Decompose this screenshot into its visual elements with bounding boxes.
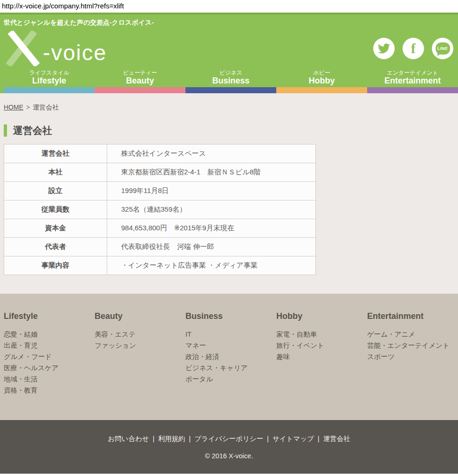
nav-colorbar — [0, 87, 458, 93]
nav-jp-label: エンターテイメント — [367, 70, 458, 76]
page-title: 運営会社 — [13, 124, 52, 137]
nav-underline-hobby — [276, 87, 367, 93]
table-row-value: 代表取締役社長 河端 伸一郎 — [107, 238, 316, 256]
footer-column-business: Business IT マネー 政治・経済 ビジネス・キャリア ポータル — [185, 311, 276, 398]
company-info-table: 運営会社 株式会社インタースペース 本社 東京都新宿区西新宿2-4-1 新宿ＮＳ… — [4, 144, 316, 275]
nav-underline-lifestyle — [4, 87, 95, 93]
footer-link[interactable]: ビジネス・キャリア — [185, 362, 276, 373]
facebook-icon[interactable]: f — [403, 38, 424, 59]
footer-link[interactable]: 美容・エステ — [95, 329, 185, 340]
nav-underline-entertainment — [367, 87, 458, 93]
table-row: 代表者 代表取締役社長 河端 伸一郎 — [4, 238, 316, 256]
site-logo[interactable]: -voice — [4, 31, 107, 66]
line-icon-label: LINE — [437, 46, 448, 51]
footer-link-separator: | — [318, 435, 320, 442]
nav-item-hobby[interactable]: ホビー Hobby — [276, 70, 367, 87]
footer-link[interactable]: 旅行・イベント — [276, 340, 367, 351]
footer-column-title: Business — [185, 311, 276, 321]
footer-column-lifestyle: Lifestyle 恋愛・結婚 出産・育児 グルメ・フード 医療・ヘルスケア 地… — [4, 311, 95, 398]
footer-link[interactable]: スポーツ — [367, 351, 458, 362]
footer-column-entertainment: Entertainment ゲーム・アニメ 芸能・エンターテイメント スポーツ — [367, 311, 458, 398]
nav-en-label: Entertainment — [367, 76, 458, 86]
main-content: HOME>運営会社 運営会社 運営会社 株式会社インタースペース 本社 東京都新… — [0, 93, 458, 294]
footer-bottom: お問い合わせ|利用規約|プライバシーポリシー|サイトマップ|運営会社 © 201… — [0, 420, 458, 474]
table-row-value: 325名（連結359名） — [107, 200, 316, 219]
table-row-label: 従業員数 — [4, 200, 107, 219]
footer-link[interactable]: 出産・育児 — [4, 340, 95, 351]
breadcrumb-home-link[interactable]: HOME — [4, 103, 23, 111]
nav-item-business[interactable]: ビジネス Business — [185, 70, 276, 87]
nav-item-entertainment[interactable]: エンターテイメント Entertainment — [367, 70, 458, 87]
footer-column-title: Lifestyle — [4, 311, 95, 321]
nav-item-beauty[interactable]: ビューティー Beauty — [95, 70, 185, 87]
table-row-value: 東京都新宿区西新宿2-4-1 新宿ＮＳビル8階 — [107, 163, 316, 182]
footer-bottom-link-company[interactable]: 運営会社 — [323, 435, 350, 442]
footer-link-separator: | — [267, 435, 269, 442]
footer-link[interactable]: 芸能・エンターテイメント — [367, 340, 458, 351]
footer-link[interactable]: マネー — [185, 340, 276, 351]
nav-en-label: Hobby — [276, 76, 367, 86]
table-row: 設立 1999年11月8日 — [4, 182, 316, 200]
main-nav: ライフスタイル Lifestyle ビューティー Beauty ビジネス Bus… — [0, 70, 458, 87]
site-header: 世代とジャンルを超えた声の交差点-クロスボイス- -voice f — [0, 13, 458, 93]
footer-bottom-link-contact[interactable]: お問い合わせ — [108, 435, 149, 442]
logo-text: -voice — [43, 41, 107, 66]
table-row: 運営会社 株式会社インタースペース — [4, 145, 316, 163]
footer-nav: Lifestyle 恋愛・結婚 出産・育児 グルメ・フード 医療・ヘルスケア 地… — [0, 294, 458, 420]
footer-link[interactable]: 政治・経済 — [185, 351, 276, 362]
footer-link[interactable]: 家電・自動車 — [276, 329, 367, 340]
nav-en-label: Lifestyle — [4, 76, 95, 86]
footer-bottom-link-sitemap[interactable]: サイトマップ — [273, 435, 314, 442]
table-row: 事業内容 ・インターネット広告事業 ・メディア事業 — [4, 256, 316, 275]
social-links: f LINE — [373, 38, 453, 59]
nav-underline-beauty — [95, 87, 185, 93]
breadcrumb: HOME>運営会社 — [0, 93, 458, 112]
nav-jp-label: ビジネス — [185, 70, 276, 76]
nav-en-label: Beauty — [95, 76, 185, 86]
nav-jp-label: ビューティー — [95, 70, 185, 76]
table-row-label: 運営会社 — [4, 145, 107, 163]
footer-link[interactable]: ゲーム・アニメ — [367, 329, 458, 340]
footer-link-separator: | — [153, 435, 155, 442]
table-row-label: 事業内容 — [4, 256, 107, 275]
footer-link[interactable]: ポータル — [185, 373, 276, 385]
table-row: 従業員数 325名（連結359名） — [4, 200, 316, 219]
logo-x-icon — [4, 31, 42, 66]
table-row-label: 代表者 — [4, 238, 107, 256]
nav-underline-business — [185, 87, 276, 93]
footer-link[interactable]: 趣味 — [276, 351, 367, 362]
table-row-value: 984,653,800円 ※2015年9月末現在 — [107, 219, 316, 238]
table-row-label: 本社 — [4, 163, 107, 182]
footer-link[interactable]: グルメ・フード — [4, 351, 95, 362]
nav-jp-label: ライフスタイル — [4, 70, 95, 76]
copyright: © 2016 X-voice. — [0, 452, 458, 460]
nav-jp-label: ホビー — [276, 70, 367, 76]
title-accent-bar — [4, 124, 7, 137]
table-row: 資本金 984,653,800円 ※2015年9月末現在 — [4, 219, 316, 238]
footer-column-title: Entertainment — [367, 311, 458, 321]
footer-column-hobby: Hobby 家電・自動車 旅行・イベント 趣味 — [276, 311, 367, 398]
footer-link[interactable]: IT — [185, 329, 276, 340]
nav-item-lifestyle[interactable]: ライフスタイル Lifestyle — [4, 70, 95, 87]
site-tagline: 世代とジャンルを超えた声の交差点-クロスボイス- — [0, 14, 458, 27]
line-icon[interactable]: LINE — [432, 38, 453, 59]
footer-link[interactable]: 地域・生活 — [4, 373, 95, 385]
twitter-icon[interactable] — [373, 38, 395, 59]
table-row: 本社 東京都新宿区西新宿2-4-1 新宿ＮＳビル8階 — [4, 163, 316, 182]
footer-link[interactable]: 資格・教育 — [4, 385, 95, 396]
nav-en-label: Business — [185, 76, 276, 86]
table-row-label: 設立 — [4, 182, 107, 200]
footer-link-separator: | — [189, 435, 191, 442]
footer-column-title: Hobby — [276, 311, 367, 321]
url-bar[interactable]: http://x-voice.jp/company.html?refs=xlif… — [0, 0, 458, 13]
table-row-value: 1999年11月8日 — [107, 182, 316, 200]
footer-bottom-link-privacy[interactable]: プライバシーポリシー — [194, 435, 263, 442]
breadcrumb-current: 運営会社 — [33, 103, 59, 111]
footer-link[interactable]: ファッション — [95, 340, 185, 351]
footer-column-beauty: Beauty 美容・エステ ファッション — [95, 311, 185, 398]
footer-bottom-links: お問い合わせ|利用規約|プライバシーポリシー|サイトマップ|運営会社 — [0, 435, 458, 443]
footer-link[interactable]: 医療・ヘルスケア — [4, 362, 95, 373]
footer-link[interactable]: 恋愛・結婚 — [4, 329, 95, 340]
table-row-value: ・インターネット広告事業 ・メディア事業 — [107, 256, 316, 275]
footer-bottom-link-terms[interactable]: 利用規約 — [158, 435, 185, 442]
